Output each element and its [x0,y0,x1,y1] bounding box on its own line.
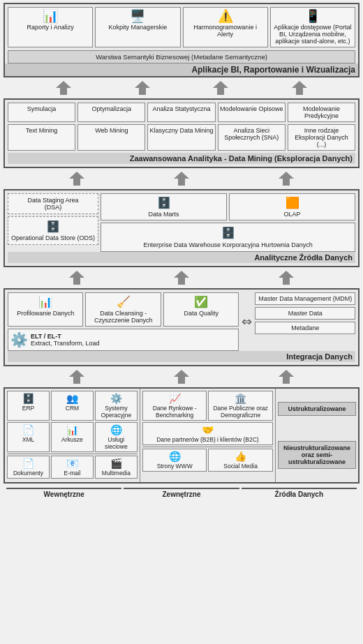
external-divider [142,447,273,447]
internal-unstr-row: 📄 Dokumenty 📧 E-mail 🎬 Multimedia [7,456,138,479]
dsa-box: Data Staging Area(DSA) [8,193,98,214]
edw-icon: 🗄️ [221,226,235,239]
profiling-box: 📊 Profilowanie Danych [8,292,83,327]
metadane-label: Metadane [291,324,319,331]
text-mining-label: Text Mining [26,127,58,134]
svg-marker-3 [292,81,307,95]
apps-row: 📊 Raporty i Analizy 🖥️ Kokpity Managersk… [5,4,358,50]
dm-label: Data Marts [149,211,179,218]
dane-partnerow-label: Dane partnerów (B2B) i klientów (B2C) [156,436,258,443]
dane-rynkowe-box: 📈 Dane Rynkowe - Benchmarking [142,391,207,421]
external-unstr-row: 🌐 Strony WWW 👍 Social Media [142,449,273,472]
right-bottom-label: Źródła Danych [242,488,357,498]
olap-icon: 🟧 [286,196,299,209]
arkusze-box: 📊 Arkusze [51,422,94,452]
arkusze-icon: 📊 [66,424,78,435]
sys-op-label: Systemy Operacyjne [97,405,135,419]
quality-label: Data Quality [184,310,218,317]
analytic-sources-layer: Data Staging Area(DSA) 🗄️ Operational Da… [3,189,360,267]
master-data-box: Master Data [255,307,355,320]
svg-marker-10 [69,370,84,384]
xml-box: 📄 XML [7,422,50,452]
social-media-icon: 👍 [235,451,246,462]
multimedia-label: Multimedia [102,470,131,477]
sources-internal: 🗄️ ERP 👥 CRM ⚙️ Systemy Operacyjne 📄 XML [5,389,140,482]
internal-str-row2: 📄 XML 📊 Arkusze 🌐 Usługi sieciowe [7,422,138,452]
analytics-layer: Symulacja Optymalizacja Analiza Statysty… [3,98,360,168]
text-mining-box: Text Mining [8,124,75,151]
model-opisowe-box: Modelowanie Opisowe [218,103,286,122]
svg-marker-0 [56,81,71,95]
unstructured-label: Nieustrukturalizowane oraz semi-ustruktu… [278,441,356,469]
main-container: 📊 Raporty i Analizy 🖥️ Kokpity Managersk… [3,3,360,500]
kokpity-icon: 🖥️ [130,10,145,22]
external-str-row2: 🤝 Dane partnerów (B2B) i klientów (B2C) [142,422,273,445]
data-marts-box: 🗄️ Data Marts [101,193,227,220]
arrow-up-8 [69,271,84,285]
external-bottom-label: Zewnętrzne [124,488,239,498]
quality-icon: ✅ [194,295,208,308]
mdm-box: Master Data Management (MDM) [255,292,355,305]
arrow-up-13 [279,370,294,384]
optymalizacja-box: Optymalizacja [77,103,145,122]
app-harmonogramowanie: ⚠️ Harmonogramowanie i Alerty [183,7,268,47]
svg-marker-2 [213,81,228,95]
svg-marker-12 [279,370,294,384]
edw-box: 🗄️ Enterprise Data Warehouse Korporacyjn… [101,223,355,252]
model-pred-label: Modelowanie Predykcyjne [303,105,340,119]
kokpity-label: Kokpity Managerskie [109,24,168,31]
olap-box: 🟧 OLAP [229,193,355,220]
dm-edw-column: 🗄️ Data Marts 🟧 OLAP 🗄️ Enterprise Data … [101,193,355,252]
arrow-up-12 [174,370,189,384]
dane-publiczne-box: 🏛️ Dane Publiczne oraz Demograficzne [208,391,272,421]
arrow-up-9 [174,271,189,285]
app-raporty: 📊 Raporty i Analizy [8,7,93,47]
profiling-icon: 📊 [38,295,52,308]
dane-partnerow-icon: 🤝 [202,424,214,435]
integration-layer: 📊 Profilowanie Danych 🧹 Data Cleansing -… [3,288,360,366]
dostep-label: Aplikacje dostępowe (Portal BI, Urządzen… [273,24,353,45]
edw-label: Enterprise Data Warehouse Korporacyjna H… [143,241,312,248]
web-mining-box: Web Mining [77,124,145,151]
strony-www-label: Strony WWW [157,463,193,470]
arrows-2 [3,171,360,186]
web-mining-label: Web Mining [95,127,128,134]
sna-box: Analiza Sieci Społecznych (SNA) [218,124,286,151]
crm-box: 👥 CRM [51,391,94,421]
dokumenty-icon: 📄 [22,458,34,469]
sources-external: 📈 Dane Rynkowe - Benchmarking 🏛️ Dane Pu… [140,389,276,482]
dane-partnerow-box: 🤝 Dane partnerów (B2B) i klientów (B2C) [142,422,273,445]
svg-marker-9 [279,271,294,285]
dokumenty-label: Dokumenty [13,470,43,477]
app-kokpity: 🖥️ Kokpity Managerskie [95,7,180,47]
unstructured-text: Nieustrukturalizowane oraz semi-ustruktu… [283,444,350,465]
integration-left: 📊 Profilowanie Danych 🧹 Data Cleansing -… [8,292,239,351]
elt-box: ⚙️ ELT / EL-T Extract, Transform, Load [8,329,239,351]
mdm-label: Master Data Management (MDM) [258,295,352,302]
inne-label: Inne rodzaje Eksploracji Danych (...) [295,127,348,148]
model-opisowe-label: Modelowanie Opisowe [220,105,283,112]
dokumenty-box: 📄 Dokumenty [7,456,50,479]
dane-publiczne-label: Dane Publiczne oraz Demograficzne [210,405,270,419]
stat-label: Analiza Statystyczna [152,105,210,112]
ods-label: Operational Data Store (ODS) [11,234,95,241]
analytics-row1: Symulacja Optymalizacja Analiza Statysty… [8,103,355,122]
analytics-layer-label: Zaawansowana Analityka - Data Mining (Ek… [8,153,355,164]
external-str-row1: 📈 Dane Rynkowe - Benchmarking 🏛️ Dane Pu… [142,391,273,421]
model-pred-box: Modelowanie Predykcyjne [288,103,355,122]
semantic-text: Warstwa Semantyki Biznesowej (Metadane S… [10,53,353,61]
dane-publiczne-icon: 🏛️ [235,393,246,404]
erp-label: ERP [22,405,34,412]
double-arrow-horiz: ⇔ [242,292,252,351]
metadane-box: Metadane [255,322,355,334]
ods-box: 🗄️ Operational Data Store (ODS) [8,216,98,245]
cleansing-box: 🧹 Data Cleansing - Czyszczenie Danych [85,292,161,327]
ods-icon: 🗄️ [46,220,60,233]
svg-marker-11 [174,370,189,384]
raporty-label: Raporty i Analizy [27,24,74,31]
arrows-4 [3,369,360,384]
svg-marker-6 [279,172,294,186]
dostep-icon: 📱 [305,10,320,22]
semantic-bar: Warstwa Semantyki Biznesowej (Metadane S… [8,50,355,63]
klasyczny-dm-box: Klasyczny Data Mining [147,124,215,151]
